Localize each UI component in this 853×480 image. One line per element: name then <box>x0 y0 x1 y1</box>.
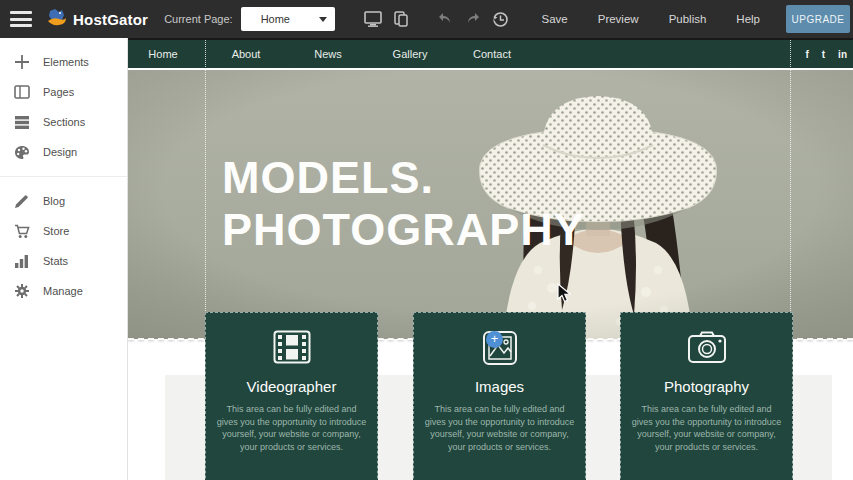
sidebar-item-sections[interactable]: Sections <box>0 107 127 137</box>
sections-icon <box>13 114 30 131</box>
card-description[interactable]: This area can be fully edited and gives … <box>216 403 368 453</box>
hero-image[interactable]: MODELS. PHOTOGRAPHY <box>128 70 853 339</box>
hostgator-gator-icon <box>46 8 68 30</box>
top-toolbar: HostGator Current Page: Home <box>0 0 853 38</box>
gear-icon <box>13 283 30 300</box>
menu-icon[interactable] <box>10 11 32 27</box>
site-nav-gallery[interactable]: Gallery <box>393 40 428 70</box>
undo-icon[interactable] <box>434 8 456 30</box>
site-canvas: Home About News Gallery Contact f t in <box>128 38 853 480</box>
sidebar-item-label: Manage <box>43 285 83 297</box>
save-button[interactable]: Save <box>542 13 568 25</box>
add-section-button[interactable]: + <box>486 331 503 348</box>
chevron-down-icon <box>319 17 327 22</box>
cart-icon <box>13 223 30 240</box>
sidebar-item-label: Elements <box>43 56 89 68</box>
site-nav-contact[interactable]: Contact <box>473 40 511 70</box>
toolbar-right-group: Save Preview Publish Help UPGRADE <box>362 5 853 33</box>
app-window: HostGator Current Page: Home <box>0 0 853 480</box>
film-icon <box>273 330 311 364</box>
sidebar-item-elements[interactable]: Elements <box>0 47 127 77</box>
upgrade-button[interactable]: UPGRADE <box>786 5 850 33</box>
site-navbar[interactable]: Home About News Gallery Contact f t in <box>128 38 853 68</box>
sidebar-item-label: Stats <box>43 255 68 267</box>
palette-icon <box>13 144 30 161</box>
sidebar-item-label: Sections <box>43 116 85 128</box>
hero-title-line2: PHOTOGRAPHY <box>222 204 585 256</box>
sidebar-item-label: Design <box>43 146 77 158</box>
card-title[interactable]: Images <box>414 378 585 395</box>
pencil-icon <box>13 193 30 210</box>
hostgator-logo[interactable]: HostGator <box>46 8 148 30</box>
stats-icon <box>13 253 30 270</box>
mobile-preview-icon[interactable] <box>390 8 412 30</box>
sidebar-item-label: Blog <box>43 195 65 207</box>
sidebar-item-pages[interactable]: Pages <box>0 77 127 107</box>
editor-guide-left <box>205 40 206 339</box>
desktop-preview-icon[interactable] <box>362 8 384 30</box>
publish-button[interactable]: Publish <box>669 13 707 25</box>
sidebar-divider <box>0 176 127 177</box>
linkedin-icon[interactable]: in <box>838 50 847 60</box>
facebook-icon[interactable]: f <box>805 50 808 60</box>
sidebar-item-store[interactable]: Store <box>0 216 127 246</box>
sidebar-item-manage[interactable]: Manage <box>0 276 127 306</box>
card-videographer[interactable]: Videographer This area can be fully edit… <box>205 312 378 480</box>
sidebar-item-blog[interactable]: Blog <box>0 186 127 216</box>
hero-title-line1: MODELS. <box>222 152 585 204</box>
plus-icon <box>13 54 30 71</box>
page-icon <box>13 84 30 101</box>
card-description[interactable]: This area can be fully edited and gives … <box>631 403 783 453</box>
editor-sidebar: Elements Pages Sections Design Blog <box>0 38 128 480</box>
history-icon[interactable] <box>490 8 512 30</box>
hero-title[interactable]: MODELS. PHOTOGRAPHY <box>222 152 585 256</box>
hostgator-logo-text: HostGator <box>73 11 148 28</box>
site-nav-news[interactable]: News <box>314 40 342 70</box>
sidebar-item-label: Pages <box>43 86 74 98</box>
social-links: f t in <box>805 40 847 70</box>
site-nav-home[interactable]: Home <box>148 40 177 70</box>
card-title[interactable]: Photography <box>621 378 792 395</box>
sidebar-item-design[interactable]: Design <box>0 137 127 167</box>
current-page-label: Current Page: <box>164 13 232 25</box>
card-photography[interactable]: Photography This area can be fully edite… <box>620 312 793 480</box>
twitter-icon[interactable]: t <box>822 50 825 60</box>
editor-guide-right <box>790 40 791 339</box>
help-button[interactable]: Help <box>736 13 760 25</box>
card-description[interactable]: This area can be fully edited and gives … <box>424 403 576 453</box>
card-title[interactable]: Videographer <box>206 378 377 395</box>
sidebar-item-label: Store <box>43 225 69 237</box>
sidebar-item-stats[interactable]: Stats <box>0 246 127 276</box>
site-nav-about[interactable]: About <box>232 40 261 70</box>
preview-button[interactable]: Preview <box>598 13 639 25</box>
camera-icon <box>687 330 727 364</box>
page-dropdown-value: Home <box>249 13 319 25</box>
redo-icon[interactable] <box>462 8 484 30</box>
page-dropdown[interactable]: Home <box>241 7 335 31</box>
